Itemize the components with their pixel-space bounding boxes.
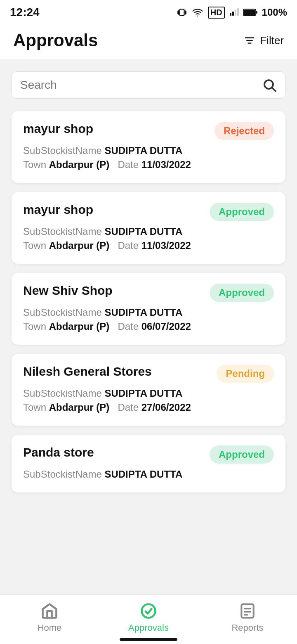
reports-label: Reports [231,623,263,633]
svg-rect-2 [232,12,234,16]
svg-rect-1 [230,13,231,16]
substockist-name-0: SUDIPTA DUTTA [104,145,182,156]
home-icon [40,602,59,620]
approval-card[interactable]: mayur shop Approved SubStockistName SUDI… [12,192,285,264]
approvals-icon [139,602,158,620]
wifi-icon [191,7,204,18]
status-badge-1: Approved [210,203,274,221]
town-date-row-1: Town Abdarpur (P) Date 11/03/2022 [23,240,274,251]
substockist-name-4: SUDIPTA DUTTA [104,469,182,480]
approval-card[interactable]: New Shiv Shop Approved SubStockistName S… [12,273,285,345]
search-input[interactable] [20,78,257,92]
svg-rect-7 [244,10,255,15]
substockist-row-3: SubStockistName SUDIPTA DUTTA [23,388,274,399]
home-indicator [120,638,177,641]
status-badge-2: Approved [210,284,274,302]
svg-rect-0 [179,9,184,15]
approvals-label: Approvals [128,623,169,633]
substockist-name-2: SUDIPTA DUTTA [104,307,182,318]
filter-button[interactable]: Filter [243,34,284,47]
search-container [0,60,297,103]
svg-point-13 [142,604,156,618]
battery-percent: 100% [262,7,287,18]
shop-name-2: New Shiv Shop [23,284,113,298]
search-box [12,71,285,99]
date-value-0: 11/03/2022 [141,159,191,170]
card-header-1: mayur shop Approved [23,203,274,221]
substockist-row-4: SubStockistName SUDIPTA DUTTA [23,469,274,480]
town-value-1: Abdarpur (P) [49,240,110,251]
approval-card[interactable]: mayur shop Rejected SubStockistName SUDI… [12,111,285,183]
battery-icon [243,8,258,17]
shop-name-4: Panda store [23,445,94,459]
status-time: 12:24 [10,6,40,19]
shop-name-1: mayur shop [23,203,93,217]
substockist-name-1: SUDIPTA DUTTA [104,226,182,237]
filter-icon [243,35,256,46]
nav-reports[interactable]: Reports [198,602,297,633]
shop-name-0: mayur shop [23,122,93,136]
status-bar: 12:24 HD 100% [0,0,297,23]
page-title: Approvals [13,31,98,50]
substockist-row-2: SubStockistName SUDIPTA DUTTA [23,307,274,318]
status-icons: HD 100% [177,7,287,19]
date-value-1: 11/03/2022 [141,240,191,251]
town-date-row-2: Town Abdarpur (P) Date 06/07/2022 [23,321,274,332]
svg-rect-6 [256,11,257,14]
approval-card[interactable]: Nilesh General Stores Pending SubStockis… [12,354,285,426]
town-value-3: Abdarpur (P) [49,402,110,413]
town-value-2: Abdarpur (P) [49,321,110,332]
substockist-name-3: SUDIPTA DUTTA [104,388,182,399]
hd-badge: HD [208,7,225,19]
substockist-row-0: SubStockistName SUDIPTA DUTTA [23,145,274,156]
status-badge-4: Approved [210,445,274,464]
card-header-3: Nilesh General Stores Pending [23,365,274,383]
vibrate-icon [177,7,187,18]
svg-rect-3 [235,9,236,16]
reports-icon [238,602,257,620]
town-date-row-0: Town Abdarpur (P) Date 11/03/2022 [23,159,274,170]
shop-name-3: Nilesh General Stores [23,365,152,379]
date-value-2: 06/07/2022 [141,321,191,332]
card-header-4: Panda store Approved [23,445,274,464]
bottom-nav: Home Approvals Reports [0,594,297,644]
card-header-0: mayur shop Rejected [23,122,274,140]
svg-rect-4 [237,8,239,16]
signal-icon [229,7,239,18]
header: Approvals Filter [0,23,297,60]
nav-home[interactable]: Home [0,602,99,633]
filter-label: Filter [260,34,284,47]
status-badge-0: Rejected [214,122,274,140]
cards-area: mayur shop Rejected SubStockistName SUDI… [0,103,297,559]
substockist-row-1: SubStockistName SUDIPTA DUTTA [23,226,274,237]
approval-card[interactable]: Panda store Approved SubStockistName SUD… [12,435,285,492]
card-header-2: New Shiv Shop Approved [23,284,274,302]
search-icon [262,78,277,92]
svg-line-12 [272,88,276,91]
town-value-0: Abdarpur (P) [49,159,110,170]
home-label: Home [38,623,62,633]
status-badge-3: Pending [217,365,274,383]
date-value-3: 27/06/2022 [141,402,191,413]
town-date-row-3: Town Abdarpur (P) Date 27/06/2022 [23,402,274,413]
nav-approvals[interactable]: Approvals [99,602,198,633]
